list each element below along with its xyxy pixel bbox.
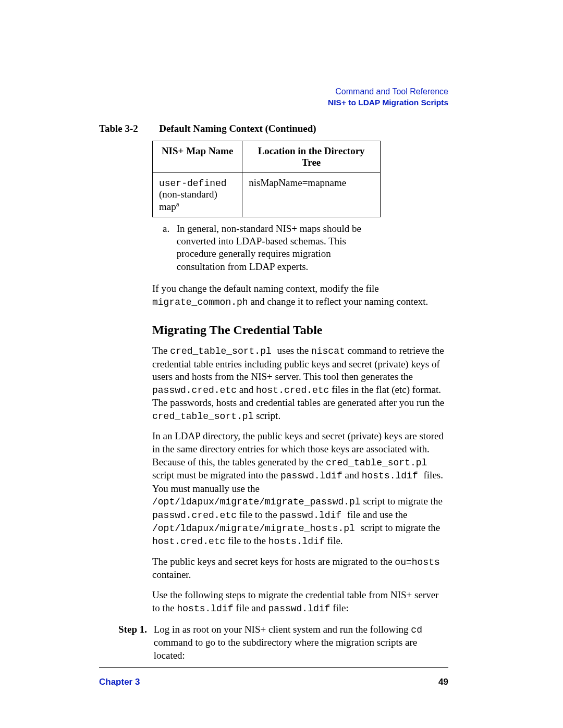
naming-table: NIS+ Map Name Location in the Directory … (152, 141, 381, 217)
table-caption: Default Naming Context (Continued) (159, 123, 316, 134)
para-cred-table-2: In an LDAP directory, the public keys an… (152, 430, 448, 548)
cell-map-name-code: user-defined (159, 178, 227, 189)
p1b: and change it to reflect your naming con… (248, 296, 429, 307)
c: niscat (311, 346, 345, 356)
cell-map-name: user-defined (non-standard) mapa (153, 172, 242, 217)
c: passwd.ldif (268, 603, 331, 614)
table-footnote: a. In general, non-standard NIS+ maps sh… (163, 223, 448, 273)
t: script to migrate the (361, 522, 440, 533)
c: cd (411, 625, 422, 635)
footnote-label: a. (163, 223, 174, 235)
t: file to the (237, 509, 279, 520)
c: /opt/ldapux/migrate/migrate_passwd.pl (152, 497, 361, 507)
footer-page-number: 49 (438, 677, 448, 687)
section-heading: Migrating The Credential Table (152, 323, 448, 337)
t: Log in as root on your NIS+ client syste… (154, 624, 411, 635)
page-header: Command and Tool Reference NIS+ to LDAP … (99, 86, 448, 108)
c: hosts.ldif (268, 536, 325, 547)
p1a: If you change the default naming context… (152, 283, 379, 294)
page-footer: Chapter 3 49 (99, 667, 448, 687)
th-nis-map-name: NIS+ Map Name (153, 141, 242, 172)
c: host.cred.etc (256, 385, 329, 396)
page: Command and Tool Reference NIS+ to LDAP … (0, 0, 563, 690)
header-top: Command and Tool Reference (99, 86, 448, 97)
cell-location: nisMapName=mapname (242, 172, 381, 217)
c: hosts.ldif (362, 471, 424, 481)
p1-code: migrate_common.ph (152, 297, 248, 307)
t: file. (325, 535, 343, 546)
t: container. (152, 569, 191, 580)
t: The (152, 345, 170, 356)
table-row: user-defined (non-standard) mapa nisMapN… (153, 172, 381, 217)
c: /opt/ldapux/migrate/migrate_hosts.pl (152, 523, 361, 534)
footer-chapter: Chapter 3 (99, 677, 140, 687)
th-location: Location in the Directory Tree (242, 141, 381, 172)
c: passwd.ldif (279, 510, 347, 521)
c: cred_table_sort.pl (326, 458, 427, 468)
c: host.cred.etc (152, 536, 225, 547)
t: The public keys and secret keys for host… (152, 556, 395, 567)
para-cred-table-1: The cred_table_sort.pl uses the niscat c… (152, 344, 448, 423)
t: file and use the (347, 509, 408, 520)
t: script. (253, 410, 280, 421)
c: ou=hosts (395, 557, 439, 567)
t: file and (234, 602, 268, 613)
t: file: (330, 602, 348, 613)
c: cred_table_sort.pl (152, 411, 253, 422)
t: command to go to the subdirectory where … (154, 637, 417, 661)
table-label: Table 3-2 (99, 123, 157, 134)
para-change-context: If you change the default naming context… (152, 282, 448, 309)
cell-map-name-sup: a (176, 200, 179, 208)
table-title-row: Table 3-2 Default Naming Context (Contin… (99, 123, 448, 134)
step-label: Step 1. (100, 623, 147, 636)
para-ou-hosts: The public keys and secret keys for host… (152, 556, 448, 582)
header-sub: NIS+ to LDAP Migration Scripts (99, 97, 448, 108)
content-block: NIS+ Map Name Location in the Directory … (152, 141, 448, 662)
t: file to the (225, 535, 268, 546)
c: passwd.ldif (280, 471, 342, 481)
cell-map-name-rest: (non-standard) map (159, 189, 217, 212)
t: script must be migrated into the (152, 470, 280, 480)
t: script to migrate the (361, 496, 443, 507)
c: cred_table_sort.pl (170, 346, 277, 356)
t: and (237, 384, 256, 395)
t: and (342, 470, 362, 480)
step-1: Step 1. Log in as root on your NIS+ clie… (152, 623, 448, 662)
step-body: Log in as root on your NIS+ client syste… (154, 623, 443, 662)
c: passwd.cred.etc (152, 510, 237, 521)
para-steps-intro: Use the following steps to migrate the c… (152, 589, 448, 615)
t: uses the (277, 345, 311, 356)
c: hosts.ldif (177, 603, 234, 614)
c: passwd.cred.etc (152, 385, 237, 396)
footnote-text: In general, non-standard NIS+ maps shoul… (177, 223, 375, 273)
